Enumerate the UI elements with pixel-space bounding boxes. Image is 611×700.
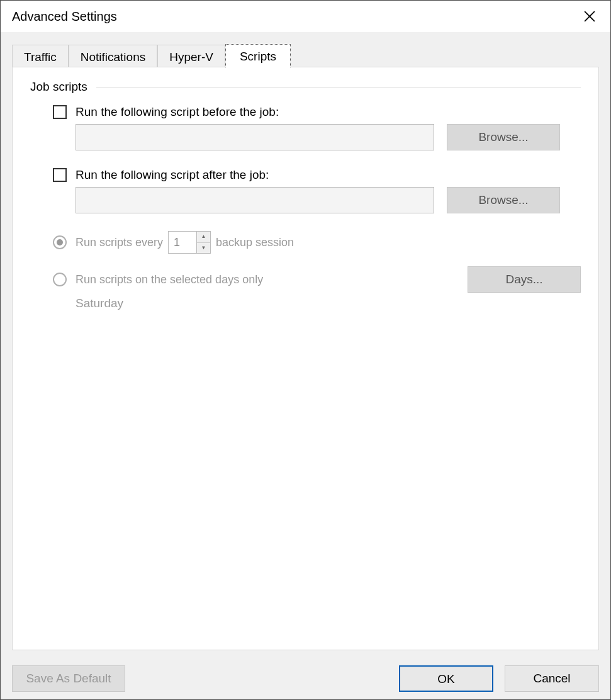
tab-traffic[interactable]: Traffic — [12, 45, 69, 67]
run-every-suffix: backup session — [216, 236, 294, 249]
session-count-input[interactable] — [168, 231, 197, 254]
tab-scripts[interactable]: Scripts — [225, 44, 291, 67]
after-script-input-row: Browse... — [76, 187, 581, 213]
run-every-radio[interactable] — [53, 235, 67, 249]
group-title: Job scripts — [30, 80, 87, 94]
before-script-checkbox[interactable] — [53, 105, 67, 119]
run-every-row: Run scripts every ▲ ▼ backup session — [53, 231, 581, 254]
before-browse-button[interactable]: Browse... — [447, 124, 560, 150]
run-days-radio[interactable] — [53, 273, 67, 286]
before-script-path-input[interactable] — [76, 124, 434, 150]
run-days-label: Run scripts on the selected days only — [76, 273, 263, 286]
tab-notifications[interactable]: Notifications — [69, 45, 158, 67]
days-button[interactable]: Days... — [468, 266, 581, 293]
run-days-row: Run scripts on the selected days only Da… — [53, 266, 581, 293]
after-script-row: Run the following script after the job: — [53, 168, 581, 182]
cancel-button[interactable]: Cancel — [505, 665, 599, 692]
after-script-path-input[interactable] — [76, 187, 434, 213]
tabs: Traffic Notifications Hyper-V Scripts — [12, 32, 599, 67]
run-every-prefix: Run scripts every — [76, 236, 163, 249]
close-icon — [584, 11, 595, 22]
before-script-label: Run the following script before the job: — [76, 105, 279, 119]
save-as-default-button[interactable]: Save As Default — [12, 665, 125, 692]
after-script-label: Run the following script after the job: — [76, 168, 269, 182]
selected-days-text: Saturday — [76, 296, 581, 310]
session-spinner: ▲ ▼ — [168, 231, 211, 254]
spinner-buttons: ▲ ▼ — [197, 231, 211, 254]
group-divider — [96, 87, 581, 88]
scripts-panel: Job scripts Run the following script bef… — [12, 67, 599, 650]
ok-button[interactable]: OK — [399, 665, 493, 692]
spinner-up-button[interactable]: ▲ — [197, 232, 210, 243]
group-header: Job scripts — [30, 80, 581, 94]
after-script-checkbox[interactable] — [53, 168, 67, 182]
titlebar: Advanced Settings — [1, 1, 610, 32]
before-script-input-row: Browse... — [76, 124, 581, 150]
tab-hyper-v[interactable]: Hyper-V — [157, 45, 225, 67]
spinner-down-button[interactable]: ▼ — [197, 243, 210, 254]
dialog-title: Advanced Settings — [12, 9, 117, 24]
dialog-footer: Save As Default OK Cancel — [1, 659, 610, 699]
close-button[interactable] — [575, 6, 604, 27]
before-script-row: Run the following script before the job: — [53, 105, 581, 119]
content-area: Traffic Notifications Hyper-V Scripts Jo… — [1, 32, 610, 659]
after-browse-button[interactable]: Browse... — [447, 187, 560, 213]
advanced-settings-dialog: Advanced Settings Traffic Notifications … — [0, 0, 611, 700]
